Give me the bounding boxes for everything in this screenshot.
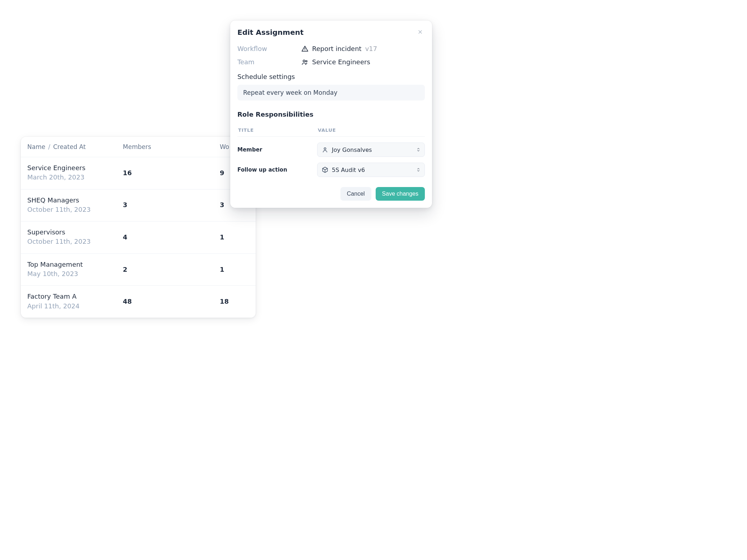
edit-assignment-modal: Edit Assignment Workflow Report incident… — [230, 20, 432, 208]
team-name: Top Management — [27, 260, 123, 269]
close-button[interactable] — [416, 28, 425, 37]
team-created-at: March 20th, 2023 — [27, 173, 123, 182]
role-responsibilities-title: Role Responsibilities — [237, 111, 425, 118]
team-name: Supervisors — [27, 228, 123, 237]
role-title: Member — [237, 146, 317, 153]
roles-column-value: VALUE — [318, 127, 336, 133]
roles-header-row: TITLE VALUE — [237, 122, 425, 137]
workflow-name: Report incident — [312, 45, 362, 52]
slash-icon: / — [48, 143, 50, 150]
role-row: MemberJoy Gonsalves — [237, 143, 425, 157]
role-value-select[interactable]: Joy Gonsalves — [317, 143, 425, 157]
roles-column-title: TITLE — [238, 127, 318, 133]
team-members-count: 3 — [123, 201, 220, 209]
table-row[interactable]: Top ManagementMay 10th, 202321 — [21, 254, 256, 286]
column-header-created-at: Created At — [53, 143, 86, 150]
modal-title: Edit Assignment — [237, 28, 303, 37]
role-value-text: 5S Audit v6 — [332, 167, 365, 173]
workflow-version: v17 — [365, 45, 377, 52]
team-created-at: May 10th, 2023 — [27, 270, 123, 278]
svg-point-6 — [324, 148, 326, 149]
team-name: Factory Team A — [27, 292, 123, 301]
team-created-at: October 11th, 2023 — [27, 205, 123, 214]
team-created-at: April 11th, 2024 — [27, 302, 123, 311]
chevron-up-down-icon — [416, 147, 421, 152]
table-row[interactable]: Factory Team AApril 11th, 20244818 — [21, 286, 256, 318]
table-row[interactable]: Service EngineersMarch 20th, 2023169 — [21, 157, 256, 190]
column-header-name-createdat[interactable]: Name / Created At — [27, 143, 123, 150]
team-name: Service Engineers — [27, 164, 123, 172]
team-workflows-count: 1 — [220, 233, 249, 241]
workflow-label: Workflow — [237, 45, 301, 52]
team-members-count: 48 — [123, 298, 220, 305]
save-changes-button[interactable]: Save changes — [376, 187, 425, 201]
team-name: SHEQ Managers — [27, 196, 123, 205]
team-members-count: 16 — [123, 169, 220, 177]
svg-point-4 — [303, 60, 305, 62]
team-members-count: 2 — [123, 266, 220, 273]
teams-table-card: Name / Created At Members Wo Service Eng… — [21, 137, 256, 318]
team-members-count: 4 — [123, 233, 220, 241]
cancel-button[interactable]: Cancel — [340, 187, 371, 201]
schedule-settings-title: Schedule settings — [237, 73, 425, 80]
cube-icon — [322, 167, 328, 173]
column-header-members[interactable]: Members — [123, 143, 220, 150]
team-value: Service Engineers — [301, 58, 370, 66]
chevron-up-down-icon — [416, 167, 421, 172]
team-workflows-count: 18 — [220, 298, 249, 305]
role-value-text: Joy Gonsalves — [332, 146, 372, 153]
team-name: Service Engineers — [312, 58, 370, 66]
alert-triangle-icon — [301, 45, 308, 52]
column-header-name: Name — [27, 143, 45, 150]
team-label: Team — [237, 58, 301, 66]
team-workflows-count: 1 — [220, 266, 249, 273]
users-icon — [301, 59, 308, 66]
close-icon — [417, 29, 423, 36]
table-header-row: Name / Created At Members Wo — [21, 137, 256, 157]
svg-point-5 — [306, 60, 307, 62]
role-row: Follow up action5S Audit v6 — [237, 163, 425, 177]
role-title: Follow up action — [237, 167, 317, 173]
user-icon — [322, 146, 328, 153]
team-created-at: October 11th, 2023 — [27, 237, 123, 246]
schedule-summary[interactable]: Repeat every week on Monday — [237, 85, 425, 101]
table-row[interactable]: SupervisorsOctober 11th, 202341 — [21, 221, 256, 254]
role-value-select[interactable]: 5S Audit v6 — [317, 163, 425, 177]
svg-point-3 — [305, 50, 305, 50]
workflow-value: Report incident v17 — [301, 45, 377, 52]
table-row[interactable]: SHEQ ManagersOctober 11th, 202333 — [21, 190, 256, 222]
